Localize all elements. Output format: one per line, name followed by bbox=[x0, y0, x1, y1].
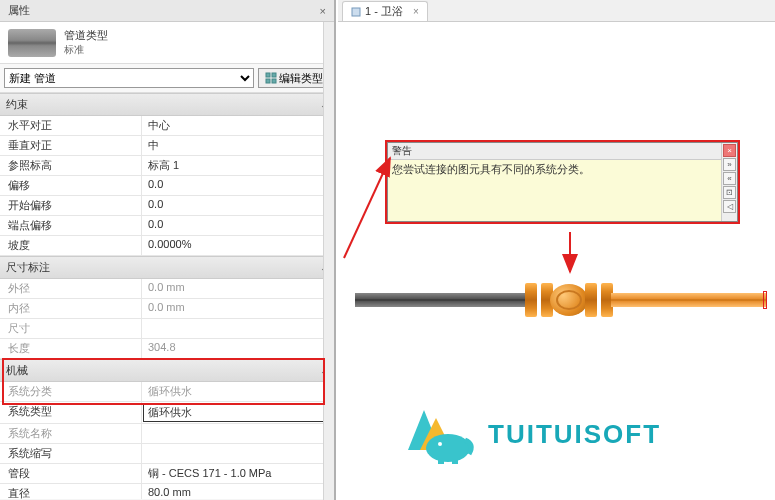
property-row: 长度304.8 bbox=[0, 339, 334, 359]
property-label: 系统分类 bbox=[0, 382, 142, 401]
property-label: 系统名称 bbox=[0, 424, 142, 443]
warning-dialog: 警告 您尝试连接的图元具有不同的系统分类。 × » « ⊡ ◁ bbox=[385, 140, 740, 224]
svg-rect-3 bbox=[272, 79, 276, 83]
property-row: 垂直对正中 bbox=[0, 136, 334, 156]
view-tab-close-icon[interactable]: × bbox=[413, 6, 419, 17]
svg-rect-12 bbox=[438, 454, 444, 464]
property-value[interactable]: 0.0 bbox=[142, 196, 334, 215]
panel-close-icon[interactable]: × bbox=[320, 5, 326, 17]
property-label: 参照标高 bbox=[0, 156, 142, 175]
property-label: 管段 bbox=[0, 464, 142, 483]
svg-rect-2 bbox=[266, 79, 270, 83]
warning-button-strip: × » « ⊡ ◁ bbox=[721, 143, 737, 221]
warning-title: 警告 bbox=[388, 143, 721, 160]
svg-point-14 bbox=[438, 442, 442, 446]
group-header[interactable]: 尺寸标注⌄ bbox=[0, 256, 334, 279]
view-tab-label: 1 - 卫浴 bbox=[365, 4, 403, 19]
property-value: 304.8 bbox=[142, 339, 334, 358]
property-label: 系统类型 bbox=[0, 402, 142, 423]
property-value[interactable]: 标高 1 bbox=[142, 156, 334, 175]
property-value: 循环供水 bbox=[142, 382, 334, 401]
property-value: 0.0 mm bbox=[142, 299, 334, 318]
svg-rect-13 bbox=[452, 454, 458, 464]
logo: TUITUISOFT bbox=[390, 400, 661, 468]
pipe-type-icon bbox=[8, 29, 56, 57]
edit-type-icon bbox=[265, 72, 277, 84]
group-title: 约束 bbox=[6, 97, 28, 112]
property-value[interactable]: 中心 bbox=[142, 116, 334, 135]
property-value[interactable]: 铜 - CECS 171 - 1.0 MPa bbox=[142, 464, 334, 483]
view-tab-bar: 1 - 卫浴 × bbox=[338, 0, 775, 22]
new-type-select[interactable]: 新建 管道 bbox=[4, 68, 254, 88]
property-label: 开始偏移 bbox=[0, 196, 142, 215]
view-tab-icon bbox=[351, 7, 361, 17]
flange-icon bbox=[525, 283, 537, 317]
property-row: 坡度0.0000% bbox=[0, 236, 334, 256]
property-row: 尺寸 bbox=[0, 319, 334, 339]
group-header[interactable]: 机械⌄ bbox=[0, 359, 334, 382]
property-row: 系统类型循环供水 bbox=[0, 402, 334, 424]
flange-icon bbox=[585, 283, 597, 317]
property-value bbox=[142, 319, 334, 338]
property-value[interactable]: 循环供水 bbox=[143, 403, 333, 422]
view-tab[interactable]: 1 - 卫浴 × bbox=[342, 1, 428, 21]
type-name: 管道类型 bbox=[64, 28, 108, 43]
properties-panel: 属性 × 管道类型 标准 新建 管道 编辑类型 约束⌄水平对正中心垂直对正中参照… bbox=[0, 0, 336, 500]
property-row: 内径0.0 mm bbox=[0, 299, 334, 319]
warning-expand-icon[interactable]: ⊡ bbox=[723, 186, 736, 199]
property-label: 水平对正 bbox=[0, 116, 142, 135]
svg-rect-0 bbox=[266, 73, 270, 77]
property-value[interactable]: 中 bbox=[142, 136, 334, 155]
warning-info-icon[interactable]: ◁ bbox=[723, 200, 736, 213]
group-title: 机械 bbox=[6, 363, 28, 378]
property-label: 系统缩写 bbox=[0, 444, 142, 463]
pipe-segment-right[interactable] bbox=[611, 293, 766, 307]
property-row: 直径80.0 mm bbox=[0, 484, 334, 499]
property-row: 管段铜 - CECS 171 - 1.0 MPa bbox=[0, 464, 334, 484]
type-selector[interactable]: 管道类型 标准 bbox=[0, 22, 334, 64]
property-row: 系统名称 bbox=[0, 424, 334, 444]
property-label: 偏移 bbox=[0, 176, 142, 195]
property-row: 开始偏移0.0 bbox=[0, 196, 334, 216]
warning-close-icon[interactable]: × bbox=[723, 144, 736, 157]
properties-grid: 约束⌄水平对正中心垂直对正中参照标高标高 1偏移0.0开始偏移0.0端点偏移0.… bbox=[0, 93, 334, 499]
pipe-segment-left[interactable] bbox=[355, 293, 535, 307]
warning-next-icon[interactable]: » bbox=[723, 158, 736, 171]
property-value[interactable]: 0.0 bbox=[142, 176, 334, 195]
property-row: 外径0.0 mm bbox=[0, 279, 334, 299]
edit-type-button[interactable]: 编辑类型 bbox=[258, 68, 330, 88]
property-row: 参照标高标高 1 bbox=[0, 156, 334, 176]
property-value[interactable] bbox=[142, 444, 334, 463]
edit-type-label: 编辑类型 bbox=[279, 71, 323, 86]
warning-body: 您尝试连接的图元具有不同的系统分类。 bbox=[388, 160, 721, 221]
property-label: 尺寸 bbox=[0, 319, 142, 338]
pipe-assembly bbox=[355, 280, 765, 320]
property-label: 端点偏移 bbox=[0, 216, 142, 235]
property-label: 长度 bbox=[0, 339, 142, 358]
logo-icon bbox=[390, 400, 476, 468]
property-label: 直径 bbox=[0, 484, 142, 499]
panel-title-bar: 属性 × bbox=[0, 0, 334, 22]
property-row: 系统缩写 bbox=[0, 444, 334, 464]
logo-text: TUITUISOFT bbox=[488, 419, 661, 450]
property-value: 0.0 mm bbox=[142, 279, 334, 298]
group-header[interactable]: 约束⌄ bbox=[0, 93, 334, 116]
scrollbar[interactable] bbox=[323, 22, 334, 500]
group-title: 尺寸标注 bbox=[6, 260, 50, 275]
warning-prev-icon[interactable]: « bbox=[723, 172, 736, 185]
property-row: 端点偏移0.0 bbox=[0, 216, 334, 236]
svg-rect-4 bbox=[352, 8, 360, 16]
property-value[interactable]: 80.0 mm bbox=[142, 484, 334, 499]
panel-title: 属性 bbox=[8, 3, 30, 18]
property-row: 偏移0.0 bbox=[0, 176, 334, 196]
property-label: 坡度 bbox=[0, 236, 142, 255]
property-row: 水平对正中心 bbox=[0, 116, 334, 136]
property-value[interactable]: 0.0 bbox=[142, 216, 334, 235]
property-row: 系统分类循环供水 bbox=[0, 382, 334, 402]
property-value bbox=[142, 424, 334, 443]
pipe-right-highlight bbox=[763, 291, 767, 309]
type-info: 管道类型 标准 bbox=[64, 28, 108, 57]
property-value[interactable]: 0.0000% bbox=[142, 236, 334, 255]
property-label: 内径 bbox=[0, 299, 142, 318]
valve-ring-icon bbox=[556, 290, 582, 310]
